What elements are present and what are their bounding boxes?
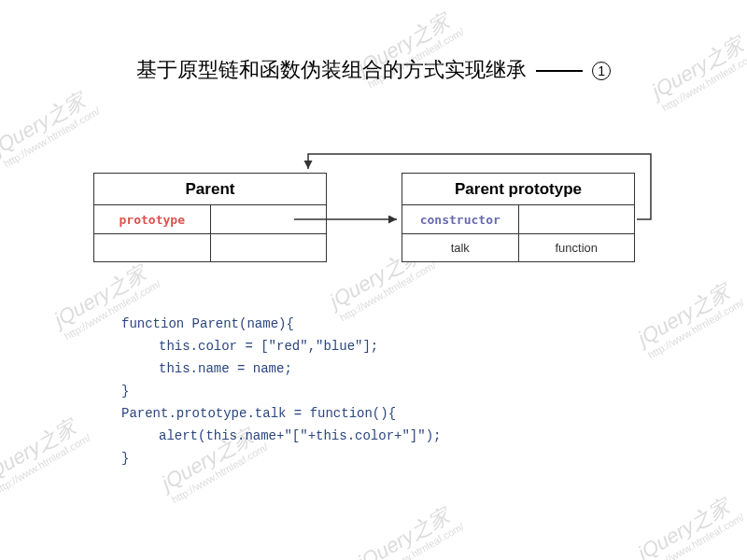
parent-prototype-val [211,205,327,233]
code-line: this.color = ["red","blue"]; [121,335,441,357]
code-line: } [121,380,441,402]
constructor-key: constructor [402,205,519,233]
parent-empty-key [94,234,211,261]
title-text: 基于原型链和函数伪装组合的方式实现继承 [136,58,527,81]
watermark: jQuery之家 http://www.htmleaf.com/ [0,82,102,169]
code-line: } [121,447,441,469]
watermark: jQuery之家 http://www.htmleaf.com/ [353,497,466,560]
parent-prototype-key: prototype [94,205,211,233]
watermark: jQuery之家 http://www.htmleaf.com/ [633,488,746,560]
code-line: function Parent(name){ [121,313,441,335]
parent-box-header: Parent [94,174,326,205]
talk-key: talk [402,234,519,261]
code-line: alert(this.name+"["+this.color+"]"); [121,425,441,447]
title-step-number: 1 [592,62,611,80]
parent-box: Parent prototype [93,173,327,262]
constructor-val [519,205,635,233]
title-dash [536,70,583,72]
code-line: this.name = name; [121,357,441,380]
code-block: function Parent(name){ this.color = ["re… [121,313,441,469]
code-line: Parent.prototype.talk = function(){ [121,402,441,425]
talk-val: function [519,234,635,261]
parent-prototype-box: Parent prototype constructor talk functi… [402,173,635,262]
watermark: jQuery之家 http://www.htmleaf.com/ [0,409,92,496]
prototype-box-header: Parent prototype [402,174,634,205]
prototype-diagram: Parent prototype Parent prototype constr… [93,145,654,294]
page-title: 基于原型链和函数伪装组合的方式实现继承 1 [0,56,747,84]
parent-empty-val [211,234,327,261]
